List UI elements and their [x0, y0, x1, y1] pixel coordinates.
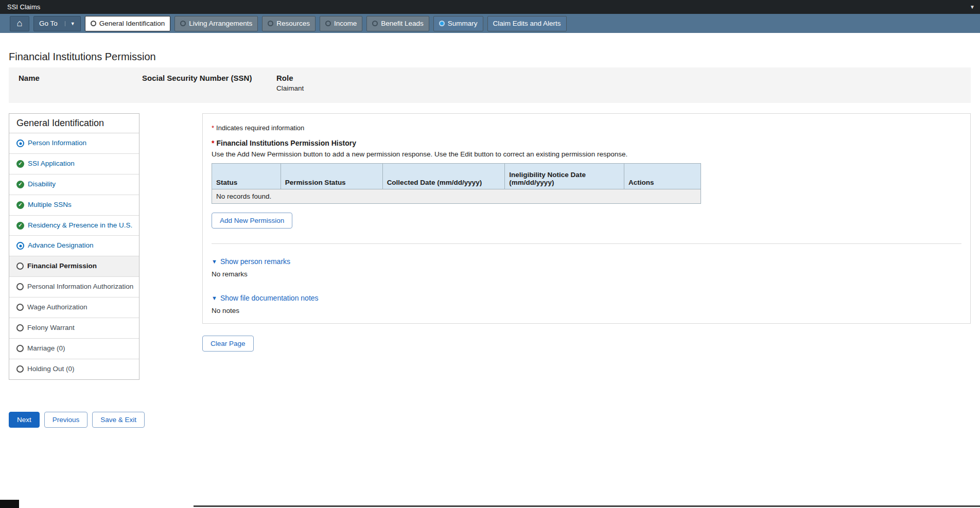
sidebar-item-person-information[interactable]: Person Information: [9, 133, 139, 154]
not-started-icon: [16, 304, 24, 311]
sidebar-item-label: Marriage (0): [27, 344, 65, 353]
permission-history-title-text: Financial Institutions Permission Histor…: [216, 139, 356, 147]
chevron-down-icon: ▼: [212, 295, 217, 301]
radio-icon: [268, 21, 273, 26]
tab-label: General Identification: [99, 20, 165, 27]
sidebar-item-ssi-application[interactable]: ✓ SSI Application: [9, 154, 139, 174]
sidebar-item-disability[interactable]: ✓ Disability: [9, 174, 139, 195]
sidebar-item-multiple-ssns[interactable]: ✓ Multiple SSNs: [9, 195, 139, 216]
sidebar-item-label: Multiple SSNs: [28, 201, 72, 209]
claimant-header-panel: Name Social Security Number (SSN) Role C…: [9, 67, 971, 103]
column-header-ineligibility-notice-date: Ineligibility Notice Date (mm/dd/yyyy): [505, 164, 624, 189]
save-exit-button[interactable]: Save & Exit: [92, 412, 145, 428]
sidebar-item-personal-information-authorization: Personal Information Authorization: [9, 277, 139, 297]
column-header-permission-status: Permission Status: [281, 164, 382, 189]
financial-permission-panel: *Indicates required information *Financi…: [202, 113, 971, 324]
role-label: Role: [276, 74, 293, 82]
sidebar-item-marriage: Marriage (0): [9, 339, 139, 359]
not-started-icon: [16, 324, 24, 331]
chevron-down-icon: ▼: [212, 258, 217, 265]
sidebar-item-wage-authorization: Wage Authorization: [9, 297, 139, 318]
column-header-actions: Actions: [624, 164, 701, 189]
person-remarks-content: No remarks: [212, 270, 961, 278]
tab-label: Benefit Leads: [381, 20, 424, 27]
sidebar-item-financial-permission: Financial Permission: [9, 256, 139, 277]
permission-history-instructions: Use the Add New Permission button to add…: [212, 150, 961, 158]
sidebar-item-label: Person Information: [28, 139, 86, 148]
tab-resources[interactable]: Resources: [262, 16, 316, 31]
file-documentation-notes-content: No notes: [212, 307, 961, 314]
section-divider: [212, 243, 961, 244]
check-icon: ✓: [16, 160, 24, 168]
sidebar-item-felony-warrant: Felony Warrant: [9, 318, 139, 339]
tab-income[interactable]: Income: [320, 16, 362, 31]
permission-history-table: Status Permission Status Collected Date …: [212, 163, 701, 204]
goto-dropdown[interactable]: Go To ▼: [33, 16, 81, 31]
table-row-empty: No records found.: [212, 189, 701, 204]
radio-icon: [372, 21, 378, 26]
titlebar-caret-icon[interactable]: ▼: [970, 4, 975, 10]
tab-label: Resources: [276, 20, 310, 27]
home-button[interactable]: ⌂: [10, 16, 29, 31]
radio-icon: [91, 21, 96, 26]
tab-benefit-leads[interactable]: Benefit Leads: [366, 16, 429, 31]
check-icon: ✓: [16, 181, 24, 188]
no-records-message: No records found.: [212, 189, 701, 204]
required-asterisk: *: [212, 139, 214, 147]
previous-button[interactable]: Previous: [44, 412, 88, 428]
app-title: SSI Claims: [7, 3, 40, 11]
radio-icon: [180, 21, 186, 26]
page-title: Financial Institutions Permission: [9, 51, 156, 63]
ssn-label: Social Security Number (SSN): [142, 74, 252, 82]
role-value: Claimant: [276, 84, 304, 92]
bottom-divider-line: [194, 505, 980, 507]
sidebar-item-label: Financial Permission: [27, 262, 97, 271]
show-file-documentation-notes-toggle[interactable]: ▼ Show file documentation notes: [212, 294, 319, 302]
not-started-icon: [16, 365, 24, 373]
required-information-note: *Indicates required information: [212, 124, 961, 132]
column-header-status: Status: [212, 164, 281, 189]
tab-general-identification[interactable]: General Identification: [85, 16, 171, 31]
check-icon: ✓: [16, 201, 24, 209]
required-asterisk: *: [212, 124, 214, 132]
in-progress-icon: [16, 242, 24, 250]
tab-summary[interactable]: Summary: [433, 16, 483, 31]
sidebar-item-label: Personal Information Authorization: [27, 283, 133, 291]
name-label: Name: [19, 74, 40, 82]
app-title-bar: SSI Claims ▼: [0, 0, 980, 14]
bottom-left-corner-block: [0, 500, 19, 508]
tab-claim-edits-and-alerts[interactable]: Claim Edits and Alerts: [487, 16, 567, 31]
tab-label: Income: [334, 20, 357, 27]
clear-page-button[interactable]: Clear Page: [202, 336, 254, 352]
wizard-buttons: Next Previous Save & Exit: [9, 412, 145, 428]
radio-icon: [325, 21, 331, 26]
sidebar-item-label: Advance Designation: [28, 241, 94, 250]
tab-label: Claim Edits and Alerts: [493, 20, 561, 27]
goto-label: Go To: [39, 20, 58, 27]
not-started-icon: [16, 345, 24, 352]
in-progress-icon: [16, 139, 24, 147]
toggle-label: Show person remarks: [220, 257, 290, 266]
next-button[interactable]: Next: [9, 412, 40, 428]
sidebar-item-label: Wage Authorization: [27, 303, 87, 312]
sidebar-item-holding-out: Holding Out (0): [9, 359, 139, 379]
sidebar-item-label: Felony Warrant: [27, 324, 75, 332]
sidebar-item-label: Residency & Presence in the U.S.: [28, 221, 132, 230]
sidebar-item-label: Disability: [28, 180, 56, 189]
chevron-down-icon: ▼: [65, 21, 75, 26]
tab-living-arrangements[interactable]: Living Arrangements: [174, 16, 258, 31]
sidebar-item-label: Holding Out (0): [27, 365, 75, 374]
sidebar-item-residency-presence[interactable]: ✓ Residency & Presence in the U.S.: [9, 216, 139, 236]
sidebar-item-advance-designation[interactable]: Advance Designation: [9, 236, 139, 256]
tab-label: Summary: [448, 20, 478, 27]
column-header-collected-date: Collected Date (mm/dd/yyyy): [382, 164, 505, 189]
clear-page-wrap: Clear Page: [202, 336, 254, 352]
show-person-remarks-toggle[interactable]: ▼ Show person remarks: [212, 257, 290, 266]
sidebar-title: General Identification: [9, 114, 139, 133]
sidebar-general-identification: General Identification Person Informatio…: [9, 113, 139, 380]
tab-label: Living Arrangements: [189, 20, 252, 27]
home-icon: ⌂: [17, 18, 23, 29]
not-started-icon: [16, 283, 24, 290]
radio-selected-icon: [439, 21, 445, 26]
add-new-permission-button[interactable]: Add New Permission: [212, 213, 292, 229]
